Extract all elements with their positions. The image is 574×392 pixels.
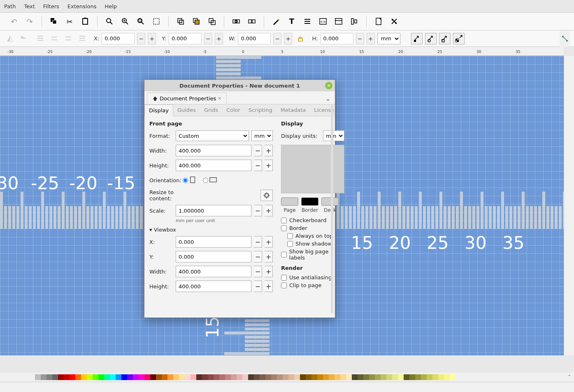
- resize-to-content-button[interactable]: [260, 190, 273, 201]
- palette-swatch[interactable]: [64, 374, 70, 380]
- palette-swatch[interactable]: [427, 374, 432, 380]
- w-decrement[interactable]: −: [273, 33, 281, 44]
- zoom-in-button[interactable]: [119, 16, 131, 27]
- palette-swatch[interactable]: [208, 374, 214, 380]
- palette-swatch[interactable]: [421, 374, 427, 380]
- palette-swatch[interactable]: [386, 374, 392, 380]
- palette-swatch[interactable]: [156, 374, 162, 380]
- vby-increment[interactable]: +: [265, 251, 273, 262]
- menu-help[interactable]: Help: [105, 3, 117, 9]
- palette-swatch[interactable]: [237, 374, 242, 380]
- viewbox-toggle[interactable]: ▾ Viewbox: [149, 227, 273, 233]
- preferences-button[interactable]: [388, 16, 400, 27]
- xml-editor-button[interactable]: <>: [317, 16, 329, 27]
- vbh-input[interactable]: [176, 281, 251, 292]
- palette-swatch[interactable]: [196, 374, 202, 380]
- width-decrement[interactable]: −: [254, 145, 262, 156]
- palette-swatch[interactable]: [444, 374, 450, 380]
- palette-swatch[interactable]: [93, 374, 98, 380]
- w-increment[interactable]: +: [284, 33, 292, 44]
- clip-to-page-checkbox[interactable]: Clip to page: [281, 282, 344, 288]
- palette-swatch[interactable]: [300, 374, 306, 380]
- vbx-increment[interactable]: +: [265, 236, 273, 248]
- layers-button[interactable]: [302, 16, 313, 27]
- palette-swatch[interactable]: [260, 374, 265, 380]
- palette-swatch[interactable]: [277, 374, 283, 380]
- vbx-decrement[interactable]: −: [254, 236, 262, 248]
- text-button[interactable]: T: [286, 16, 297, 27]
- palette-swatch[interactable]: [271, 374, 277, 380]
- palette-swatch[interactable]: [438, 374, 444, 380]
- palette-swatch[interactable]: [75, 374, 81, 380]
- palette-swatch[interactable]: [98, 374, 104, 380]
- close-button[interactable]: ✕: [325, 82, 332, 89]
- antialiasing-checkbox[interactable]: Use antialiasing: [281, 274, 344, 281]
- palette-swatch[interactable]: [225, 374, 231, 380]
- zoom-selection-button[interactable]: [135, 16, 146, 27]
- vbh-decrement[interactable]: −: [254, 281, 262, 292]
- fill-stroke-button[interactable]: [270, 16, 282, 27]
- dialog-tab[interactable]: Document Properties ✕: [147, 93, 227, 104]
- palette-swatch[interactable]: [52, 374, 58, 380]
- y-increment[interactable]: +: [215, 33, 223, 44]
- palette-swatch[interactable]: [116, 374, 121, 380]
- palette-swatch[interactable]: [185, 374, 191, 380]
- palette-menu-icon[interactable]: ˆ: [568, 375, 571, 380]
- vby-decrement[interactable]: −: [254, 251, 262, 262]
- palette-swatch[interactable]: [340, 374, 346, 380]
- palette-swatch[interactable]: [110, 374, 116, 380]
- palette-swatch[interactable]: [150, 374, 156, 380]
- palette-swatch[interactable]: [167, 374, 173, 380]
- close-tab-icon[interactable]: ✕: [218, 96, 221, 101]
- palette-swatch[interactable]: [254, 374, 260, 380]
- palette-swatch[interactable]: [242, 374, 248, 380]
- lower-bottom-icon[interactable]: [77, 33, 88, 44]
- tab-color[interactable]: Color: [222, 104, 244, 116]
- width-input[interactable]: [176, 145, 251, 156]
- cut-button[interactable]: ✂: [64, 16, 75, 27]
- palette-swatch[interactable]: [35, 374, 41, 380]
- palette-swatch[interactable]: [450, 374, 455, 380]
- palette-swatch[interactable]: [46, 374, 52, 380]
- palette-swatch[interactable]: [133, 374, 139, 380]
- y-input[interactable]: [169, 33, 202, 44]
- unit-select[interactable]: mm: [377, 33, 400, 44]
- chevron-down-icon[interactable]: ⌄: [325, 95, 331, 102]
- orientation-portrait[interactable]: [183, 176, 197, 184]
- tab-scripting[interactable]: Scripting: [244, 104, 277, 116]
- palette-swatch[interactable]: [288, 374, 294, 380]
- flip-h-icon[interactable]: [4, 33, 16, 44]
- tab-grids[interactable]: Grids: [200, 104, 222, 116]
- height-input[interactable]: [176, 160, 251, 171]
- h-input[interactable]: [321, 33, 353, 44]
- palette-swatch[interactable]: [248, 374, 254, 380]
- palette-swatch[interactable]: [283, 374, 288, 380]
- vbh-increment[interactable]: +: [265, 281, 273, 292]
- snap-panel-icon[interactable]: [560, 30, 570, 47]
- palette-swatch[interactable]: [306, 374, 311, 380]
- zoom-fit-button[interactable]: [104, 16, 115, 27]
- always-on-top-checkbox[interactable]: Always on top: [287, 233, 344, 239]
- move-pattern-icon[interactable]: [453, 33, 465, 44]
- palette-swatch[interactable]: [381, 374, 386, 380]
- show-shadow-checkbox[interactable]: Show shadow: [287, 241, 344, 247]
- raise-top-icon[interactable]: [35, 33, 46, 44]
- palette-swatch[interactable]: [346, 374, 352, 380]
- desk-color-swatch[interactable]: [321, 197, 339, 206]
- x-increment[interactable]: +: [148, 33, 156, 44]
- palette-swatch[interactable]: [179, 374, 185, 380]
- menu-path[interactable]: Path: [4, 3, 16, 9]
- palette-swatch[interactable]: [317, 374, 323, 380]
- zoom-page-button[interactable]: [151, 16, 162, 27]
- palette-swatch[interactable]: [432, 374, 438, 380]
- redo-button[interactable]: ↷: [24, 16, 35, 27]
- palette-swatch[interactable]: [87, 374, 93, 380]
- align-distribute-button[interactable]: [349, 16, 360, 27]
- palette-swatch[interactable]: [41, 374, 46, 380]
- h-increment[interactable]: +: [367, 33, 375, 44]
- palette-swatch[interactable]: [58, 374, 64, 380]
- unlink-clone-button[interactable]: [206, 16, 218, 27]
- flip-v-icon[interactable]: [18, 33, 30, 44]
- tab-metadata[interactable]: Metadata: [277, 104, 310, 116]
- border-color-swatch[interactable]: [301, 197, 318, 206]
